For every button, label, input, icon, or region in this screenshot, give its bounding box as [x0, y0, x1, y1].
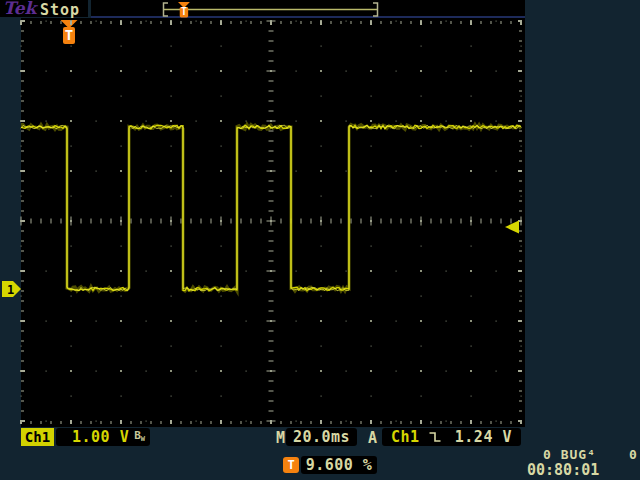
grid-tick — [21, 191, 24, 192]
grid-tick — [269, 181, 274, 182]
trigger-position-marker-topbar[interactable]: T — [178, 2, 190, 17]
grid-tick — [351, 421, 352, 424]
grid-tick — [370, 70, 372, 72]
grid-tick — [496, 271, 497, 272]
grid-tick — [281, 21, 282, 24]
grid-tick — [481, 21, 482, 24]
grid-tick — [519, 191, 522, 192]
grid-tick — [351, 21, 352, 24]
grid-tick — [71, 196, 72, 197]
grid-tick — [21, 346, 22, 347]
grid-tick — [371, 46, 372, 47]
grid-tick — [269, 151, 274, 152]
grid-tick — [471, 96, 472, 97]
grid-tick — [121, 296, 122, 297]
grid-tick — [21, 281, 24, 282]
grid-tick — [320, 21, 322, 25]
grid-tick — [170, 170, 172, 172]
grid-tick — [370, 320, 372, 322]
grid-tick — [420, 21, 422, 25]
grid-tick — [496, 171, 497, 172]
grid-tick — [471, 396, 472, 397]
grid-tick — [519, 341, 522, 342]
grid-tick — [441, 421, 442, 424]
grid-tick — [521, 146, 522, 147]
trigger-level-marker[interactable] — [505, 221, 519, 234]
grid-tick — [519, 351, 522, 352]
grid-tick — [351, 219, 352, 224]
grid-tick — [96, 271, 97, 272]
grid-tick — [321, 96, 322, 97]
grid-tick — [371, 346, 372, 347]
grid-tick — [496, 321, 497, 322]
channel1-badge[interactable]: Ch1 — [21, 428, 54, 446]
grid-tick — [396, 421, 397, 422]
svg-text:T: T — [181, 6, 187, 17]
grid-tick — [131, 219, 132, 224]
grid-tick — [121, 396, 122, 397]
grid-tick — [196, 21, 197, 22]
grid-tick — [221, 396, 222, 397]
grid-tick — [21, 146, 22, 147]
grid-tick — [120, 270, 122, 272]
grid-tick — [341, 421, 342, 424]
grid-tick — [496, 121, 497, 122]
grid-tick — [71, 396, 72, 397]
grid-tick — [70, 170, 72, 172]
grid-tick — [269, 41, 274, 42]
grid-tick — [120, 420, 122, 424]
oscilloscope-screen: Tek Stop T T 1 Ch1 1.00 V BW M 20.0ms A … — [0, 0, 640, 480]
grid-tick — [301, 421, 302, 424]
timebase-readout: 20.0ms — [286, 428, 357, 446]
grid-tick — [196, 421, 197, 422]
scope-display: T T 1 — [0, 0, 640, 480]
grid-tick — [61, 21, 62, 24]
grid-tick — [41, 421, 42, 424]
grid-tick — [101, 219, 102, 224]
grid-tick — [471, 196, 472, 197]
grid-tick — [470, 320, 472, 322]
grid-tick — [21, 220, 25, 222]
grid-tick — [21, 181, 24, 182]
grid-tick — [518, 70, 522, 72]
grid-tick — [41, 21, 42, 24]
grid-tick — [220, 120, 222, 122]
grid-tick — [269, 341, 274, 342]
grid-tick — [396, 371, 397, 372]
grid-tick — [70, 370, 72, 372]
grid-tick — [370, 270, 372, 272]
status-counter-left: 0 BUG⁴ — [543, 447, 596, 462]
grid-tick — [321, 146, 322, 147]
grid-tick — [470, 70, 472, 72]
grid-tick — [291, 21, 292, 24]
trigger-readout: Ch1 1.24 V — [382, 428, 521, 446]
grid-tick — [96, 421, 97, 422]
grid-tick — [21, 370, 25, 372]
grid-tick — [221, 296, 222, 297]
grid-tick — [220, 21, 222, 25]
grid-tick — [191, 21, 192, 24]
grid-tick — [120, 370, 122, 372]
grid-tick — [61, 219, 62, 224]
grid-tick — [441, 21, 442, 24]
grid-tick — [101, 421, 102, 424]
grid-tick — [301, 21, 302, 24]
grid-tick — [21, 291, 24, 292]
grid-tick — [346, 71, 347, 72]
grid-tick — [371, 217, 372, 226]
grid-tick — [170, 420, 172, 424]
trigger-position-marker[interactable]: T — [61, 20, 78, 44]
grid-tick — [291, 421, 292, 424]
channel1-ground-marker[interactable]: 1 — [2, 281, 21, 297]
grid-tick — [446, 171, 447, 172]
grid-tick — [221, 196, 222, 197]
grid-tick — [296, 271, 297, 272]
grid-tick — [521, 396, 522, 397]
grid-tick — [461, 421, 462, 424]
grid-tick — [21, 101, 24, 102]
grid-tick — [21, 411, 24, 412]
grid-tick — [81, 421, 82, 424]
status-counter-right: 0 — [629, 447, 638, 462]
grid-tick — [321, 196, 322, 197]
grid-tick — [420, 320, 422, 322]
